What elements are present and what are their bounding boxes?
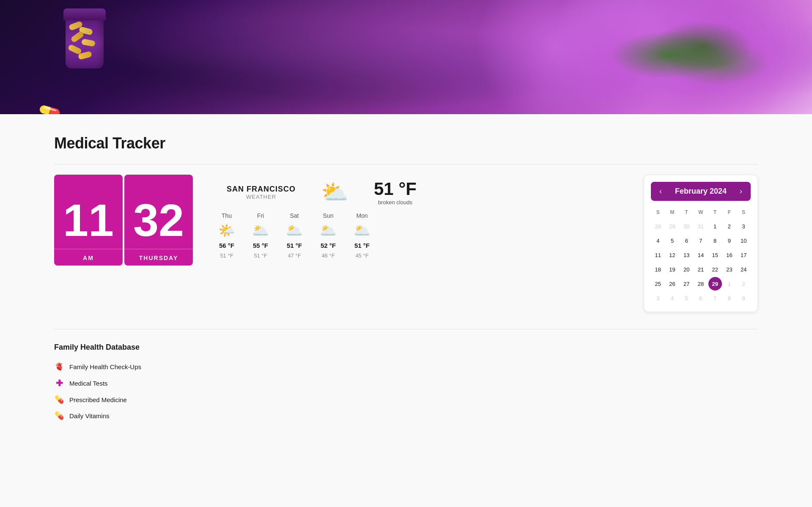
clock-period: AM — [83, 255, 94, 261]
calendar-day-cell[interactable]: 11 — [651, 248, 665, 262]
weather-current-desc: broken clouds — [374, 199, 417, 206]
calendar-day-cell[interactable]: 7 — [694, 234, 708, 247]
calendar-day-cell[interactable]: 26 — [666, 277, 679, 290]
calendar-day-cell[interactable]: 12 — [666, 248, 679, 262]
clock-hours-card: 11 AM — [54, 175, 123, 266]
widget-row: 11 AM 32 THURSDAY SAN FRANCISCO WEATHER … — [54, 175, 758, 312]
forecast-day-thu: Thu 🌤️ 56 °F 51 °F — [218, 212, 235, 259]
calendar-month-year: February 2024 — [675, 187, 727, 196]
calendar-today[interactable]: 29 — [708, 277, 722, 290]
forecast-icon: 🌥️ — [354, 222, 370, 238]
calendar-day-header: T — [708, 208, 722, 217]
calendar-day-cell[interactable]: 18 — [651, 263, 665, 276]
calendar-day-cell[interactable]: 5 — [666, 234, 679, 247]
calendar-day-cell[interactable]: 6 — [680, 234, 693, 247]
calendar-day-cell[interactable]: 3 — [651, 291, 665, 305]
calendar-day-cell[interactable]: 10 — [737, 234, 750, 247]
calendar-day-cell[interactable]: 25 — [651, 277, 665, 290]
calendar-day-cell[interactable]: 20 — [680, 263, 693, 276]
forecast-day-sat: Sat 🌥️ 51 °F 47 °F — [286, 212, 303, 259]
hero-leaves — [601, 13, 770, 97]
database-title: Family Health Database — [54, 343, 758, 352]
calendar-day-cell[interactable]: 5 — [680, 291, 693, 305]
forecast-low: 51 °F — [254, 252, 267, 259]
weather-widget: SAN FRANCISCO WEATHER ⛅ 51 °F broken clo… — [210, 175, 627, 263]
calendar-day-cell[interactable]: 9 — [722, 234, 736, 247]
calendar-day-cell[interactable]: 19 — [666, 263, 679, 276]
calendar-day-cell[interactable]: 4 — [651, 234, 665, 247]
calendar-day-cell[interactable]: 14 — [694, 248, 708, 262]
calendar-day-cell[interactable]: 21 — [694, 263, 708, 276]
calendar-day-cell[interactable]: 1 — [708, 219, 722, 233]
clock-day: THURSDAY — [139, 255, 178, 261]
forecast-high: 51 °F — [354, 242, 370, 249]
database-item-checkups[interactable]: 🫀 Family Health Check-Ups — [54, 359, 758, 375]
calendar-day-cell[interactable]: 31 — [694, 219, 708, 233]
forecast-low: 47 °F — [288, 252, 301, 259]
calendar-day-cell[interactable]: 28 — [694, 277, 708, 290]
calendar-day-cell[interactable]: 22 — [708, 263, 722, 276]
page-title-section: Medical Tracker — [54, 114, 758, 161]
forecast-day-label: Mon — [356, 212, 368, 219]
calendar-day-cell[interactable]: 2 — [737, 277, 750, 290]
clock-minutes: 32 — [133, 197, 184, 243]
forecast-day-label: Sun — [323, 212, 334, 219]
vitamins-label: Daily Vitamins — [69, 412, 110, 419]
forecast-high: 51 °F — [287, 242, 302, 249]
calendar-day-cell[interactable]: 2 — [722, 219, 736, 233]
clock-hours: 11 — [63, 197, 114, 243]
forecast-low: 45 °F — [355, 252, 368, 259]
calendar-day-cell[interactable]: 29 — [666, 219, 679, 233]
clock-minutes-card: 32 THURSDAY — [124, 175, 193, 266]
calendar-next-button[interactable]: › — [737, 186, 745, 197]
calendar-day-cell[interactable]: 8 — [708, 234, 722, 247]
calendar-prev-button[interactable]: ‹ — [657, 186, 664, 197]
calendar-grid: SMTWTFS 28293031123456789101112131415161… — [651, 208, 751, 305]
calendar-days: 2829303112345678910111213141516171819202… — [651, 219, 751, 305]
calendar-day-cell[interactable]: 6 — [694, 291, 708, 305]
tests-label: Medical Tests — [69, 380, 108, 387]
weather-location: SAN FRANCISCO WEATHER — [227, 185, 296, 200]
calendar-day-cell[interactable]: 9 — [737, 291, 750, 305]
database-section: Family Health Database 🫀 Family Health C… — [54, 340, 758, 437]
forecast-day-label: Thu — [222, 212, 232, 219]
calendar-day-cell[interactable]: 28 — [651, 219, 665, 233]
calendar-day-header: W — [694, 208, 708, 217]
calendar-day-header: S — [736, 208, 751, 217]
database-item-medicine[interactable]: 💊 Prescribed Medicine — [54, 392, 758, 408]
calendar-day-header: S — [651, 208, 665, 217]
vitamins-icon: 💊 — [54, 411, 64, 420]
forecast-day-label: Sat — [290, 212, 299, 219]
calendar-day-cell[interactable]: 4 — [666, 291, 679, 305]
calendar-day-cell[interactable]: 30 — [680, 219, 693, 233]
weather-main-icon: ⛅ — [321, 179, 348, 205]
pill-jar-illustration — [63, 8, 106, 76]
forecast-icon: 🌥️ — [320, 222, 337, 238]
calendar-widget: ‹ February 2024 › SMTWTFS 28293031123456… — [644, 175, 758, 312]
calendar-day-cell[interactable]: 23 — [722, 263, 736, 276]
calendar-day-cell[interactable]: 27 — [680, 277, 693, 290]
forecast-low: 51 °F — [220, 252, 233, 259]
calendar-day-cell[interactable]: 15 — [708, 248, 722, 262]
calendar-day-cell[interactable]: 1 — [722, 277, 736, 290]
calendar-day-cell[interactable]: 3 — [737, 219, 750, 233]
clock-widget: 11 AM 32 THURSDAY — [54, 175, 193, 266]
database-item-tests[interactable]: ✚ Medical Tests — [54, 375, 758, 392]
checkups-label: Family Health Check-Ups — [69, 363, 141, 370]
medicine-label: Prescribed Medicine — [69, 396, 127, 403]
title-divider — [54, 164, 758, 164]
calendar-day-cell[interactable]: 13 — [680, 248, 693, 262]
section-divider — [54, 329, 758, 329]
calendar-day-cell[interactable]: 8 — [722, 291, 736, 305]
calendar-day-cell[interactable]: 24 — [737, 263, 750, 276]
calendar-day-cell[interactable]: 16 — [722, 248, 736, 262]
calendar-day-cell[interactable]: 7 — [708, 291, 722, 305]
weather-subtitle: WEATHER — [227, 194, 296, 200]
calendar-day-header: F — [722, 208, 737, 217]
forecast-icon: 🌥️ — [286, 222, 303, 238]
weather-forecast: Thu 🌤️ 56 °F 51 °F Fri 🌥️ 55 °F 51 °F Sa… — [210, 212, 627, 259]
database-item-vitamins[interactable]: 💊 Daily Vitamins — [54, 408, 758, 424]
calendar-day-cell[interactable]: 17 — [737, 248, 750, 262]
forecast-day-sun: Sun 🌥️ 52 °F 46 °F — [320, 212, 337, 259]
calendar-day-header: M — [665, 208, 680, 217]
